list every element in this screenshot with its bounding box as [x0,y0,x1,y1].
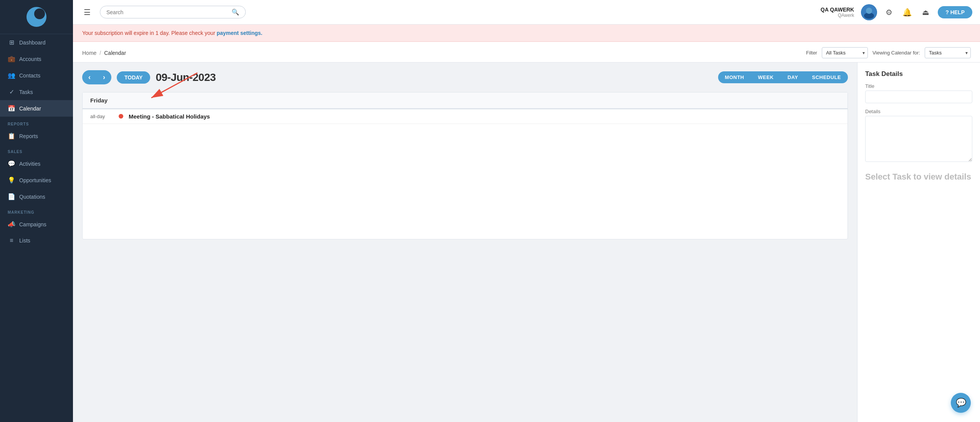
dashboard-icon: ⊞ [8,39,15,46]
logout-icon: ⏏ [922,8,929,16]
today-button[interactable]: TODAY [117,71,150,84]
sidebar-item-label: Quotations [19,194,45,200]
section-label-marketing: MARKETING [0,205,73,216]
section-label-sales: SALES [0,144,73,155]
schedule-row-allday[interactable]: all-day Meeting - Sabbatical Holidays [83,109,848,124]
schedule-empty-area [83,124,848,239]
filter-select-wrapper: All Tasks My Tasks Team Tasks [822,47,868,58]
sidebar-item-lists[interactable]: ≡ Lists [0,232,73,249]
filter-select[interactable]: All Tasks My Tasks Team Tasks [822,47,868,58]
chat-icon: 💬 [956,398,966,408]
time-label: all-day [90,114,113,119]
schedule-day-header: Friday [83,92,848,109]
sidebar-logo [0,0,73,34]
schedule-container: Friday all-day Meeting - Sabbatical Holi… [82,92,848,239]
search-box: 🔍 [100,6,246,18]
sidebar-item-label: Tasks [19,89,33,95]
viewing-select-wrapper: Tasks Meetings Events [925,47,971,58]
view-month-button[interactable]: MONTH [718,71,751,83]
user-info: QA QAWERK QAwerk [821,7,854,18]
header-right: QA QAWERK QAwerk ⚙ 🔔 ⏏ ? HELP [821,4,972,20]
sidebar-item-dashboard[interactable]: ⊞ Dashboard [0,34,73,51]
avatar [861,4,877,20]
sidebar-item-label: Reports [19,133,38,139]
task-title-field: Title [865,83,972,103]
nav-arrows: ‹ › [82,70,111,84]
tasks-icon: ✓ [8,88,15,96]
sidebar-item-accounts[interactable]: 💼 Accounts [0,51,73,67]
quotations-icon: 📄 [8,193,15,200]
sidebar-item-opportunities[interactable]: 💡 Opportunities [0,172,73,188]
task-details-field: Details [865,109,972,163]
page-body: Home / Calendar Filter All Tasks My Task… [73,42,980,422]
svg-point-2 [866,8,872,14]
sidebar-item-label: Calendar [19,105,41,112]
task-details-textarea[interactable] [865,116,972,162]
event-title: Meeting - Sabbatical Holidays [129,113,210,120]
calendar-section: ‹ › TODAY 09-Jun-2023 MONTH WEEK DAY SCH… [73,63,857,422]
help-button[interactable]: ? HELP [938,6,972,18]
notifications-button[interactable]: 🔔 [901,6,914,18]
sidebar-item-quotations[interactable]: 📄 Quotations [0,188,73,205]
main-container: ☰ 🔍 QA QAWERK QAwerk ⚙ 🔔 [73,0,980,422]
contacts-icon: 👥 [8,72,15,79]
viewing-label: Viewing Calendar for: [872,50,920,56]
sidebar-item-tasks[interactable]: ✓ Tasks [0,84,73,100]
settings-button[interactable]: ⚙ [884,6,894,18]
view-schedule-button[interactable]: SCHEDULE [805,71,848,83]
select-task-message: Select Task to view details [865,172,972,182]
content-area: Your subscription will expire in 1 day. … [73,25,980,422]
calendar-date-title: 09-Jun-2023 [156,71,215,84]
breadcrumb-home[interactable]: Home [82,50,96,56]
view-buttons: MONTH WEEK DAY SCHEDULE [718,71,848,83]
alert-banner: Your subscription will expire in 1 day. … [73,25,980,42]
next-button[interactable]: › [97,70,111,84]
sidebar-item-label: Contacts [19,73,40,79]
task-title-input[interactable] [865,91,972,103]
breadcrumb-current: Calendar [104,50,126,56]
sidebar-item-label: Campaigns [19,221,46,227]
calendar-and-details: ‹ › TODAY 09-Jun-2023 MONTH WEEK DAY SCH… [73,63,980,422]
activities-icon: 💬 [8,160,15,167]
sidebar-item-label: Accounts [19,56,41,62]
hamburger-button[interactable]: ☰ [81,6,94,18]
page-filters: Filter All Tasks My Tasks Team Tasks Vie… [806,47,971,58]
sidebar-item-calendar[interactable]: 📅 Calendar [0,100,73,117]
alert-text: Your subscription will expire in 1 day. … [82,30,215,36]
breadcrumb: Home / Calendar [82,50,126,56]
sidebar-item-label: Opportunities [19,177,51,183]
alert-link[interactable]: payment settings. [217,30,262,36]
calendar-nav: ‹ › TODAY 09-Jun-2023 MONTH WEEK DAY SCH… [82,70,848,84]
campaigns-icon: 📣 [8,221,15,228]
section-label-reports: REPORTS [0,117,73,128]
sidebar-item-contacts[interactable]: 👥 Contacts [0,67,73,84]
event-dot-icon [119,114,123,119]
view-day-button[interactable]: DAY [781,71,805,83]
task-details-panel: Task Details Title Details Select Task t… [857,63,980,422]
task-details-title: Task Details [865,70,972,78]
search-icon: 🔍 [232,8,239,16]
user-name: QA QAWERK [821,7,854,13]
sidebar: ⊞ Dashboard 💼 Accounts 👥 Contacts ✓ Task… [0,0,73,422]
gear-icon: ⚙ [886,8,892,16]
filter-label: Filter [806,50,817,56]
bell-icon: 🔔 [902,8,912,16]
sidebar-item-activities[interactable]: 💬 Activities [0,155,73,172]
sidebar-item-campaigns[interactable]: 📣 Campaigns [0,216,73,232]
search-input[interactable] [106,9,228,15]
chat-bubble-button[interactable]: 💬 [951,393,971,413]
accounts-icon: 💼 [8,55,15,63]
reports-icon: 📋 [8,132,15,140]
calendar-icon: 📅 [8,105,15,112]
sidebar-item-reports[interactable]: 📋 Reports [0,128,73,144]
opportunities-icon: 💡 [8,176,15,184]
user-subtitle: QAwerk [821,13,854,18]
prev-button[interactable]: ‹ [82,70,97,84]
view-week-button[interactable]: WEEK [751,71,781,83]
task-details-label: Details [865,109,972,114]
schedule-table: Friday all-day Meeting - Sabbatical Holi… [82,92,848,239]
sidebar-item-label: Lists [19,237,30,244]
viewing-select[interactable]: Tasks Meetings Events [925,47,971,58]
breadcrumb-separator: / [99,50,101,56]
logout-button[interactable]: ⏏ [920,6,931,18]
